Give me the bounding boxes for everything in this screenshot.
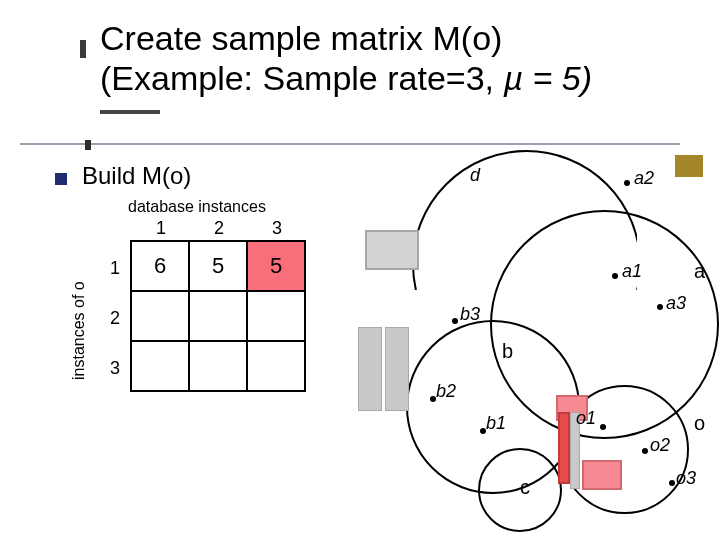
dot-o1 [600, 424, 606, 430]
sample-matrix: 6 5 5 [130, 240, 306, 392]
title-accent [80, 40, 86, 58]
bullet-icon [55, 173, 67, 185]
cell-r3c2 [189, 341, 247, 391]
dot-a1 [612, 273, 618, 279]
label-a2: a2 [634, 168, 654, 189]
cell-r2c1 [131, 291, 189, 341]
deco-pink-2 [582, 460, 622, 490]
label-b3: b3 [460, 304, 480, 325]
deco-bar-1 [358, 327, 382, 411]
table-caption: database instances [128, 198, 266, 216]
row-head-1: 1 [110, 258, 120, 279]
title-line-2: (Example: Sample rate=3, µ = 5) [100, 58, 700, 98]
slide-title: Create sample matrix M(o) (Example: Samp… [100, 18, 700, 98]
cell-r1c2: 5 [189, 241, 247, 291]
dot-o2 [642, 448, 648, 454]
dot-b3 [452, 318, 458, 324]
label-o2: o2 [650, 435, 670, 456]
label-a: a [694, 260, 705, 283]
table-row [131, 291, 305, 341]
col-head-1: 1 [156, 218, 166, 239]
cell-r1c3: 5 [247, 241, 305, 291]
table-row [131, 341, 305, 391]
label-b: b [502, 340, 513, 363]
label-b2: b2 [436, 381, 456, 402]
dot-a2 [624, 180, 630, 186]
title-line-1: Create sample matrix M(o) [100, 18, 700, 58]
deco-square-olive [675, 155, 703, 177]
label-d: d [470, 165, 480, 186]
row-head-3: 3 [110, 358, 120, 379]
label-o3: o3 [676, 468, 696, 489]
cell-r2c3 [247, 291, 305, 341]
cell-r1c1: 6 [131, 241, 189, 291]
label-a1: a1 [622, 261, 642, 282]
title-underline-short [100, 110, 160, 114]
table-row: 6 5 5 [131, 241, 305, 291]
label-o1: o1 [576, 408, 596, 429]
cell-r2c2 [189, 291, 247, 341]
col-head-2: 2 [214, 218, 224, 239]
dot-a3 [657, 304, 663, 310]
label-c: c [520, 476, 530, 499]
cell-r3c1 [131, 341, 189, 391]
title-underline-long [20, 143, 680, 145]
cell-r3c3 [247, 341, 305, 391]
table-ylabel: instances of o [70, 281, 88, 380]
circle-d [412, 150, 637, 290]
bullet-label: Build M(o) [82, 162, 191, 190]
label-b1: b1 [486, 413, 506, 434]
deco-red-stripe [558, 412, 570, 484]
deco-bar-2 [385, 327, 409, 411]
dot-o3 [669, 480, 675, 486]
deco-rect-1 [365, 230, 419, 270]
label-a3: a3 [666, 293, 686, 314]
row-head-2: 2 [110, 308, 120, 329]
arc-d-container [412, 150, 637, 290]
col-head-3: 3 [272, 218, 282, 239]
label-o: o [694, 412, 705, 435]
